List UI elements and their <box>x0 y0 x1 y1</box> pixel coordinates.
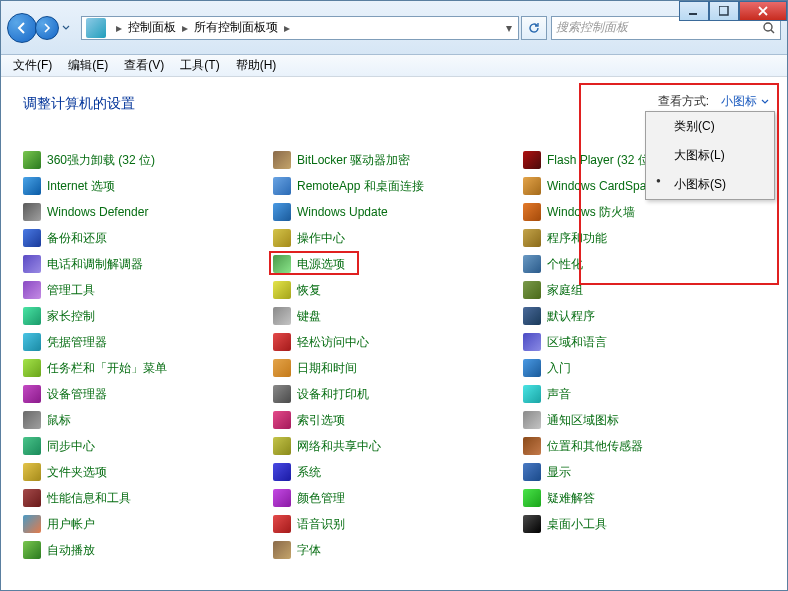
cp-item[interactable]: 凭据管理器 <box>23 333 265 351</box>
cp-item-label: 鼠标 <box>47 412 71 429</box>
breadcrumb-control-panel[interactable]: 控制面板 <box>128 19 176 36</box>
cp-item[interactable]: 日期和时间 <box>273 359 515 377</box>
cp-item[interactable]: 个性化 <box>523 255 765 273</box>
breadcrumb-sep[interactable]: ▸ <box>278 21 296 35</box>
cp-item-label: 区域和语言 <box>547 334 607 351</box>
cp-item[interactable]: 同步中心 <box>23 437 265 455</box>
cp-item-label: 备份和还原 <box>47 230 107 247</box>
cp-item-label: 疑难解答 <box>547 490 595 507</box>
cp-item[interactable]: 入门 <box>523 359 765 377</box>
refresh-button[interactable] <box>521 16 547 40</box>
close-button[interactable] <box>739 1 787 21</box>
cp-item-label: 电源选项 <box>297 256 345 273</box>
cp-item[interactable]: 显示 <box>523 463 765 481</box>
menu-view[interactable]: 查看(V) <box>116 55 172 76</box>
cp-item[interactable]: Windows 防火墙 <box>523 203 765 221</box>
cp-item[interactable]: 声音 <box>523 385 765 403</box>
cp-item-label: 自动播放 <box>47 542 95 559</box>
nav-history-dropdown[interactable] <box>59 24 73 32</box>
cp-item[interactable]: 键盘 <box>273 307 515 325</box>
breadcrumb-sep[interactable]: ▸ <box>176 21 194 35</box>
address-dropdown[interactable]: ▾ <box>500 21 518 35</box>
cp-item-icon <box>523 333 541 351</box>
cp-item[interactable]: 性能信息和工具 <box>23 489 265 507</box>
cp-item[interactable]: Windows Update <box>273 203 515 221</box>
view-by-dropdown[interactable]: 小图标 <box>715 91 775 112</box>
cp-item[interactable]: 颜色管理 <box>273 489 515 507</box>
cp-item-label: 家庭组 <box>547 282 583 299</box>
cp-item[interactable]: 电源选项 <box>273 255 515 273</box>
menu-tools[interactable]: 工具(T) <box>172 55 227 76</box>
chevron-down-icon <box>761 98 769 106</box>
cp-item[interactable]: 鼠标 <box>23 411 265 429</box>
cp-item-icon <box>23 203 41 221</box>
view-dropdown-menu: 类别(C) 大图标(L) 小图标(S) <box>645 111 775 200</box>
cp-item[interactable]: 管理工具 <box>23 281 265 299</box>
cp-item[interactable]: BitLocker 驱动器加密 <box>273 151 515 169</box>
breadcrumb-all-items[interactable]: 所有控制面板项 <box>194 19 278 36</box>
cp-item[interactable]: RemoteApp 和桌面连接 <box>273 177 515 195</box>
svg-point-2 <box>764 23 772 31</box>
cp-item[interactable]: 恢复 <box>273 281 515 299</box>
cp-item[interactable]: Windows Defender <box>23 203 265 221</box>
cp-item[interactable]: 自动播放 <box>23 541 265 559</box>
maximize-button[interactable] <box>709 1 739 21</box>
cp-item[interactable]: 文件夹选项 <box>23 463 265 481</box>
cp-item-label: 系统 <box>297 464 321 481</box>
cp-item-icon <box>523 307 541 325</box>
cp-item-label: 电话和调制解调器 <box>47 256 143 273</box>
cp-item[interactable]: 家庭组 <box>523 281 765 299</box>
forward-button[interactable] <box>35 16 59 40</box>
dropdown-large-icons[interactable]: 大图标(L) <box>646 141 774 170</box>
cp-item[interactable]: 疑难解答 <box>523 489 765 507</box>
cp-item-label: BitLocker 驱动器加密 <box>297 152 410 169</box>
cp-item-label: RemoteApp 和桌面连接 <box>297 178 424 195</box>
cp-item-icon <box>273 333 291 351</box>
cp-item[interactable]: 位置和其他传感器 <box>523 437 765 455</box>
cp-item[interactable]: 备份和还原 <box>23 229 265 247</box>
cp-item[interactable]: 索引选项 <box>273 411 515 429</box>
cp-item-icon <box>523 255 541 273</box>
address-bar[interactable]: ▸ 控制面板 ▸ 所有控制面板项 ▸ ▾ <box>81 16 519 40</box>
cp-item-icon <box>23 541 41 559</box>
view-by-row: 查看方式: 小图标 <box>658 91 775 112</box>
cp-item-icon <box>23 151 41 169</box>
cp-item-label: 位置和其他传感器 <box>547 438 643 455</box>
cp-item-icon <box>523 463 541 481</box>
cp-item-label: 设备和打印机 <box>297 386 369 403</box>
cp-item[interactable]: 系统 <box>273 463 515 481</box>
cp-item-icon <box>273 489 291 507</box>
breadcrumb-sep[interactable]: ▸ <box>110 21 128 35</box>
cp-item-icon <box>23 229 41 247</box>
cp-item[interactable]: 操作中心 <box>273 229 515 247</box>
cp-item[interactable]: 区域和语言 <box>523 333 765 351</box>
menu-help[interactable]: 帮助(H) <box>228 55 285 76</box>
menu-file[interactable]: 文件(F) <box>5 55 60 76</box>
cp-item[interactable]: 用户帐户 <box>23 515 265 533</box>
cp-item-label: 轻松访问中心 <box>297 334 369 351</box>
cp-item[interactable]: 默认程序 <box>523 307 765 325</box>
nav-buttons <box>7 13 73 43</box>
cp-item[interactable]: 桌面小工具 <box>523 515 765 533</box>
cp-item[interactable]: 网络和共享中心 <box>273 437 515 455</box>
cp-item[interactable]: 语音识别 <box>273 515 515 533</box>
cp-item[interactable]: 轻松访问中心 <box>273 333 515 351</box>
cp-item[interactable]: 设备和打印机 <box>273 385 515 403</box>
cp-item[interactable]: 家长控制 <box>23 307 265 325</box>
cp-item[interactable]: 程序和功能 <box>523 229 765 247</box>
cp-item[interactable]: Internet 选项 <box>23 177 265 195</box>
cp-item[interactable]: 电话和调制解调器 <box>23 255 265 273</box>
cp-item[interactable]: 360强力卸载 (32 位) <box>23 151 265 169</box>
menu-edit[interactable]: 编辑(E) <box>60 55 116 76</box>
cp-item[interactable]: 设备管理器 <box>23 385 265 403</box>
cp-item[interactable]: 字体 <box>273 541 515 559</box>
cp-item[interactable]: 任务栏和「开始」菜单 <box>23 359 265 377</box>
dropdown-small-icons[interactable]: 小图标(S) <box>646 170 774 199</box>
back-button[interactable] <box>7 13 37 43</box>
content-area: 调整计算机的设置 查看方式: 小图标 类别(C) 大图标(L) 小图标(S) 3… <box>1 77 787 590</box>
minimize-button[interactable] <box>679 1 709 21</box>
cp-item-icon <box>23 515 41 533</box>
cp-item[interactable]: 通知区域图标 <box>523 411 765 429</box>
dropdown-category[interactable]: 类别(C) <box>646 112 774 141</box>
cp-item-label: 索引选项 <box>297 412 345 429</box>
